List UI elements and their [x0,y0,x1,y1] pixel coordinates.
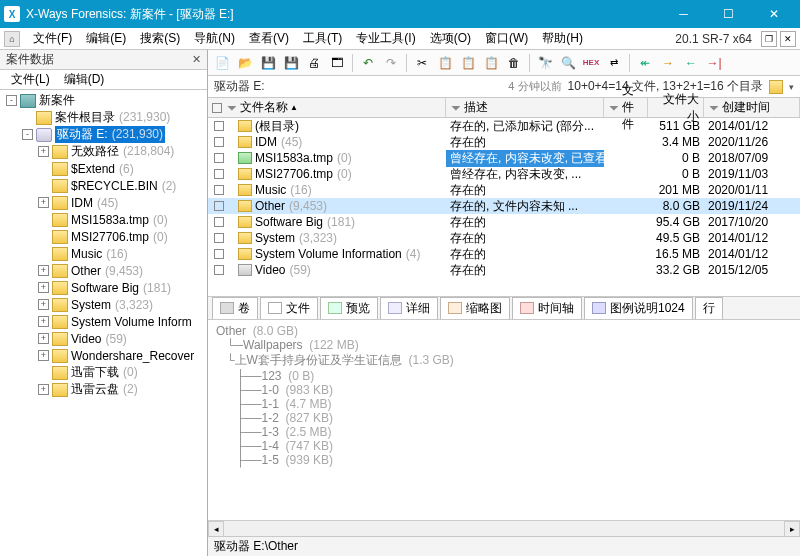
file-row[interactable]: MSI1583a.tmp(0)曾经存在, 内容未改变, 已查看0 B2018/0… [208,150,800,166]
preview-pane[interactable]: Other (8.0 GB) └─Wallpapers (122 MB) └上W… [208,320,800,520]
expand-toggle-icon[interactable]: - [22,129,33,140]
tab-legend[interactable]: 图例说明1024 [584,297,693,320]
tab-volume[interactable]: 卷 [212,297,258,320]
forward-icon[interactable]: ↷ [381,53,401,73]
row-checkbox[interactable] [214,233,224,243]
tree-node[interactable]: +无效路径(218,804) [2,143,205,160]
tree-node[interactable]: +System Volume Inform [2,313,205,330]
tree-node[interactable]: +迅雷云盘(2) [2,381,205,398]
case-menu-edit[interactable]: 编辑(D) [57,69,112,90]
case-panel-close-icon[interactable]: ✕ [192,53,201,66]
file-list[interactable]: (根目录)存在的, 已添加标记 (部分...511 GB2014/01/12ID… [208,118,800,296]
find-icon[interactable]: 🔍 [558,53,578,73]
new-file-icon[interactable]: 📄 [212,53,232,73]
expand-toggle-icon[interactable]: + [38,265,49,276]
file-row[interactable]: System(3,323)存在的49.5 GB2014/01/12 [208,230,800,246]
row-checkbox[interactable] [214,185,224,195]
expand-toggle-icon[interactable]: + [38,316,49,327]
menu-file[interactable]: 文件(F) [26,28,79,49]
nav-prev-icon[interactable]: → [658,53,678,73]
nav-first-icon[interactable]: ↞ [635,53,655,73]
row-checkbox[interactable] [214,137,224,147]
tree-node[interactable]: $Extend(6) [2,160,205,177]
tree-node[interactable]: Music(16) [2,245,205,262]
tab-preview[interactable]: 预览 [320,297,378,320]
menu-edit[interactable]: 编辑(E) [79,28,133,49]
tree-node[interactable]: $RECYCLE.BIN(2) [2,177,205,194]
restore-child-button[interactable]: ❐ [761,31,777,47]
tree-node[interactable]: 案件根目录(231,930) [2,109,205,126]
case-menu-file[interactable]: 文件(L) [4,69,57,90]
file-row[interactable]: IDM(45)存在的3.4 MB2020/11/26 [208,134,800,150]
tab-thumbnail[interactable]: 缩略图 [440,297,510,320]
save-as-icon[interactable]: 💾 [281,53,301,73]
open-icon[interactable]: 📂 [235,53,255,73]
clipboard-icon[interactable]: 📋 [481,53,501,73]
tree-node[interactable]: +Video(59) [2,330,205,347]
funnel-icon[interactable]: ⏷ [226,101,238,115]
scroll-right-icon[interactable]: ▸ [784,521,800,537]
file-row[interactable]: System Volume Information(4)存在的16.5 MB20… [208,246,800,262]
expand-toggle-icon[interactable]: + [38,197,49,208]
tree-node[interactable]: -驱动器 E:(231,930) [2,126,205,143]
expand-toggle-icon[interactable]: + [38,146,49,157]
menu-tool[interactable]: 工具(T) [296,28,349,49]
expand-toggle-icon[interactable]: + [38,282,49,293]
menu-search[interactable]: 搜索(S) [133,28,187,49]
menu-opt[interactable]: 选项(O) [423,28,478,49]
checkbox-icon[interactable] [212,103,222,113]
row-checkbox[interactable] [214,249,224,259]
col-header-name[interactable]: ⏷文件名称▲ [208,98,446,117]
tab-detail[interactable]: 详细 [380,297,438,320]
row-checkbox[interactable] [214,201,224,211]
col-header-date[interactable]: ⏷创建时间 [704,98,800,117]
tree-node[interactable]: +Other(9,453) [2,262,205,279]
hex-label-icon[interactable]: HEX [581,53,601,73]
tree-node[interactable]: +Wondershare_Recover [2,347,205,364]
cut-icon[interactable]: ✂ [412,53,432,73]
menu-pro[interactable]: 专业工具(I) [349,28,422,49]
menu-win[interactable]: 窗口(W) [478,28,535,49]
file-row[interactable]: Video(59)存在的33.2 GB2015/12/05 [208,262,800,278]
file-row[interactable]: Music(16)存在的201 MB2020/01/11 [208,182,800,198]
ascii-toggle-icon[interactable]: ⇄ [604,53,624,73]
scroll-left-icon[interactable]: ◂ [208,521,224,537]
menu-help[interactable]: 帮助(H) [535,28,590,49]
case-tree[interactable]: -新案件案件根目录(231,930)-驱动器 E:(231,930)+无效路径(… [0,90,207,556]
menu-view[interactable]: 查看(V) [242,28,296,49]
delete-icon[interactable]: 🗑 [504,53,524,73]
row-checkbox[interactable] [214,265,224,275]
close-child-button[interactable]: ✕ [780,31,796,47]
row-checkbox[interactable] [214,217,224,227]
expand-toggle-icon[interactable]: - [6,95,17,106]
tab-row[interactable]: 行 [695,297,723,320]
close-button[interactable]: ✕ [751,0,796,28]
col-header-size[interactable]: 文件大小 [648,98,704,117]
tree-node[interactable]: MSI1583a.tmp(0) [2,211,205,228]
tree-node[interactable]: -新案件 [2,92,205,109]
paste-icon[interactable]: 📋 [458,53,478,73]
file-row[interactable]: Software Big(181)存在的95.4 GB2017/10/20 [208,214,800,230]
col-header-attr[interactable]: ⏷文件件 [604,98,648,117]
tree-node[interactable]: +IDM(45) [2,194,205,211]
row-checkbox[interactable] [214,153,224,163]
row-checkbox[interactable] [214,121,224,131]
save-icon[interactable]: 💾 [258,53,278,73]
folder-summary-icon[interactable] [769,80,783,94]
menu-nav[interactable]: 导航(N) [187,28,242,49]
tree-node[interactable]: 迅雷下载(0) [2,364,205,381]
file-row[interactable]: Other(9,453)存在的, 文件内容未知 ...8.0 GB2019/11… [208,198,800,214]
funnel-icon[interactable]: ⏷ [450,101,462,115]
expand-toggle-icon[interactable]: + [38,299,49,310]
col-header-desc[interactable]: ⏷描述 [446,98,604,117]
dropdown-icon[interactable]: ▾ [789,82,794,92]
file-row[interactable]: (根目录)存在的, 已添加标记 (部分...511 GB2014/01/12 [208,118,800,134]
expand-toggle-icon[interactable]: + [38,350,49,361]
nav-last-icon[interactable]: →| [704,53,724,73]
horizontal-scrollbar[interactable]: ◂ ▸ [208,520,800,536]
file-row[interactable]: MSI27706.tmp(0)曾经存在, 内容未改变, ...0 B2019/1… [208,166,800,182]
nav-next-icon[interactable]: ← [681,53,701,73]
copy-icon[interactable]: 📋 [435,53,455,73]
tree-node[interactable]: MSI27706.tmp(0) [2,228,205,245]
expand-toggle-icon[interactable]: + [38,333,49,344]
